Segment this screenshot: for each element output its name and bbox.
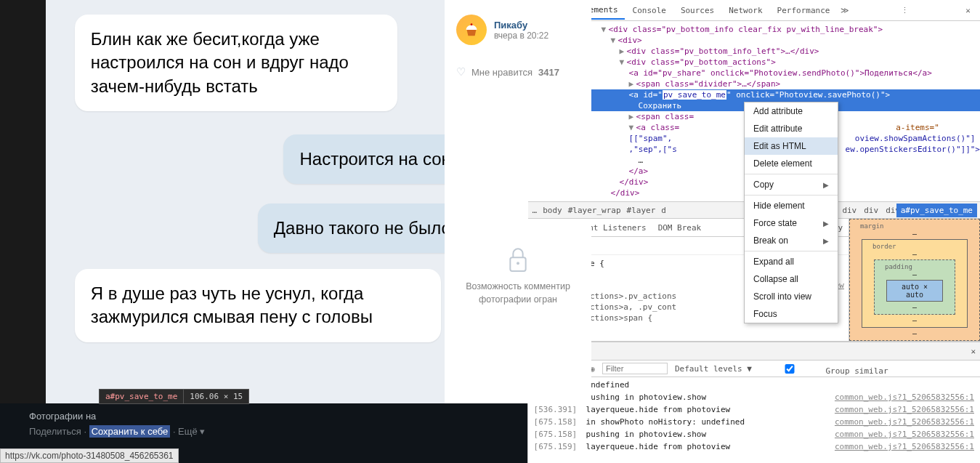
crumb-overflow[interactable]: … (532, 206, 538, 215)
dom-node-selected[interactable]: <a id="pv_save_to_me" onclick="Photoview… (528, 89, 980, 100)
console-toolbar: ◧ ⊘ top▼ ◉ Default levels ▼ Group simila… (528, 361, 980, 377)
log-row: [675.159]layerqueue.hide from photoviewc… (528, 440, 980, 453)
like-count: 3417 (538, 67, 559, 78)
like-label: Мне нравится (471, 67, 532, 78)
crumb[interactable]: div (842, 206, 857, 215)
action-save[interactable]: Сохранить к себе (89, 425, 171, 438)
chat-msg-1: Блин как же бесит,когда уже настроился н… (75, 15, 397, 111)
comments-locked: Возможность комментир фотографии огран (456, 246, 580, 306)
tab-console[interactable]: Console (626, 2, 673, 19)
ctx-expand-all[interactable]: Expand all (745, 253, 838, 270)
console-filter-input[interactable] (602, 363, 668, 374)
crumb[interactable]: #layer (627, 206, 656, 215)
ctx-scroll-into-view[interactable]: Scroll into view (745, 288, 838, 305)
context-menu: Add attribute Edit attribute Edit as HTM… (744, 102, 838, 323)
crumb-active[interactable]: a#pv_save_to_me (896, 204, 977, 217)
post-date: вчера в 20:22 (494, 31, 548, 41)
chat-msg-3: Давно такого не было (258, 204, 467, 253)
ctx-copy[interactable]: Copy▶ (745, 176, 838, 193)
dom-node[interactable]: <div class="pv_bottom_actions"> (627, 57, 776, 67)
dom-node: </div> (620, 177, 649, 187)
ctx-edit-attribute[interactable]: Edit attribute (745, 120, 838, 137)
ctx-force-state[interactable]: Force state▶ (745, 214, 838, 232)
ctx-collapse-all[interactable]: Collapse all (745, 270, 838, 288)
chat-msg-4: Я в душе раз чуть не уснул, когда зажмур… (75, 269, 441, 342)
devtools-close-icon[interactable]: ✕ (961, 6, 976, 15)
ctx-focus[interactable]: Focus (745, 305, 838, 323)
photo-caption: Фотографии на (29, 411, 506, 422)
svg-point-2 (517, 262, 519, 265)
hover-dimensions: 106.06 × 15 (184, 389, 249, 404)
group-similar[interactable]: Group similar (759, 362, 888, 376)
crumb[interactable]: #layer_wrap (568, 206, 621, 215)
tab-sources[interactable]: Sources (674, 2, 721, 19)
dom-node[interactable]: <span class= (636, 112, 694, 121)
element-hover-badge: a#pv_save_to_me 106.06 × 15 (99, 389, 249, 404)
heart-icon[interactable]: ♡ (456, 65, 466, 78)
tab-performance[interactable]: Performance (771, 2, 837, 19)
chat-msg-2: Настроится на сон (283, 134, 466, 184)
avatar[interactable] (456, 15, 487, 45)
hover-element: a#pv_save_to_me (99, 389, 184, 404)
dom-text: … (639, 156, 644, 165)
dom-node[interactable]: <div> (618, 36, 642, 45)
ctx-hide-element[interactable]: Hide element (745, 197, 838, 214)
ctx-delete-element[interactable]: Delete element (745, 155, 838, 172)
devtools-tabs: Elements Console Sources Network Perform… (528, 0, 980, 21)
photo-actions: Поделиться · Сохранить к себе · Ещё ▾ (29, 426, 506, 437)
tab-network[interactable]: Network (722, 2, 769, 19)
dom-node[interactable]: <a id="pv_share" onclick="Photoview.send… (629, 68, 932, 78)
log-levels[interactable]: Default levels ▼ (675, 364, 752, 374)
styles-tab-dom-breakpoints[interactable]: DOM Break (652, 220, 708, 235)
dom-text: [["spam", (629, 134, 673, 143)
computed-box: margin– border– padding– auto × auto – –… (849, 219, 980, 341)
vk-photo-viewer: Блин как же бесит,когда уже настроился н… (0, 0, 527, 463)
box-model[interactable]: margin– border– padding– auto × auto – –… (849, 219, 980, 341)
log-row: [536.391]pushing in photoview.showcommon… (528, 391, 980, 403)
console-drawer-header: ⋮ Console ✕ (528, 342, 980, 361)
devtools-menu-icon[interactable]: ⋮ (896, 6, 914, 15)
action-share[interactable]: Поделиться (29, 426, 81, 437)
dom-node[interactable]: <a class= (636, 123, 680, 132)
crumb[interactable]: d (661, 206, 666, 215)
dom-node: </a> (629, 166, 649, 176)
console-close-icon[interactable]: ✕ (971, 347, 976, 356)
ctx-edit-as-html[interactable]: Edit as HTML (745, 137, 838, 155)
cupcake-icon (463, 22, 479, 38)
log-row: [675.158]in showPhoto noHistory: undefin… (528, 416, 980, 428)
log-row: undefined (528, 379, 980, 391)
dom-node: </div> (611, 188, 640, 198)
chat-screenshot: Блин как же бесит,когда уже настроился н… (46, 0, 482, 403)
ctx-add-attribute[interactable]: Add attribute (745, 102, 838, 120)
lock-text-2: фотографии огран (456, 294, 580, 307)
crumb[interactable]: div (864, 206, 878, 215)
dom-node[interactable]: <span class="divider">…</span> (636, 79, 781, 89)
status-url: https://vk.com/photo-31480508_456265361 (0, 448, 179, 463)
crumb[interactable]: body (543, 206, 562, 215)
dom-node[interactable]: <div class="pv_bottom_info_left">…</div> (627, 47, 819, 56)
like-row[interactable]: ♡ Мне нравится 3417 (456, 65, 580, 78)
root: Блин как же бесит,когда уже настроился н… (0, 0, 980, 463)
action-more[interactable]: Ещё (178, 426, 198, 437)
svg-point-0 (471, 23, 473, 25)
lock-text-1: Возможность комментир (456, 281, 580, 294)
dom-text: ,"sep",["s (629, 145, 677, 154)
tabs-more[interactable]: ≫ (841, 6, 849, 15)
author-info: Пикабу вчера в 20:22 (494, 20, 548, 41)
box-content: auto × auto (886, 280, 943, 302)
log-row: [675.158]pushing in photoview.showcommon… (528, 428, 980, 440)
console-log[interactable]: undefined [536.391]pushing in photoview.… (528, 377, 980, 463)
lock-icon (506, 246, 530, 273)
author-name[interactable]: Пикабу (494, 20, 548, 31)
dom-text: Сохранить (639, 101, 682, 110)
dom-node[interactable]: <div class="pv_bottom_info clear_fix pv_… (609, 25, 883, 34)
log-row: [536.391]layerqueue.hide from photoviewc… (528, 403, 980, 416)
ctx-break-on[interactable]: Break on▶ (745, 232, 838, 249)
author-block[interactable]: Пикабу вчера в 20:22 (456, 15, 580, 45)
